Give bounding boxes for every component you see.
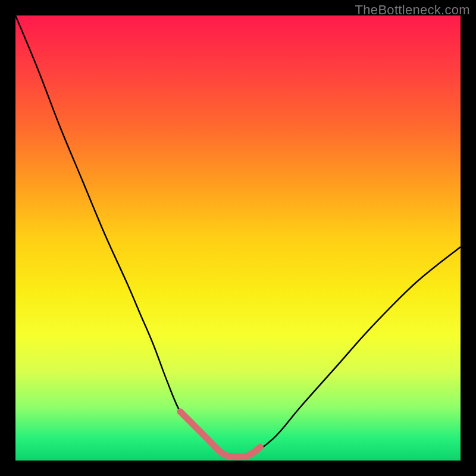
watermark-text: TheBottleneck.com xyxy=(355,2,470,18)
optimal-range-highlight xyxy=(180,412,261,457)
bottleneck-curve xyxy=(15,15,461,458)
plot-area xyxy=(15,15,461,461)
curve-layer xyxy=(15,15,461,461)
chart-frame: TheBottleneck.com xyxy=(0,0,476,476)
